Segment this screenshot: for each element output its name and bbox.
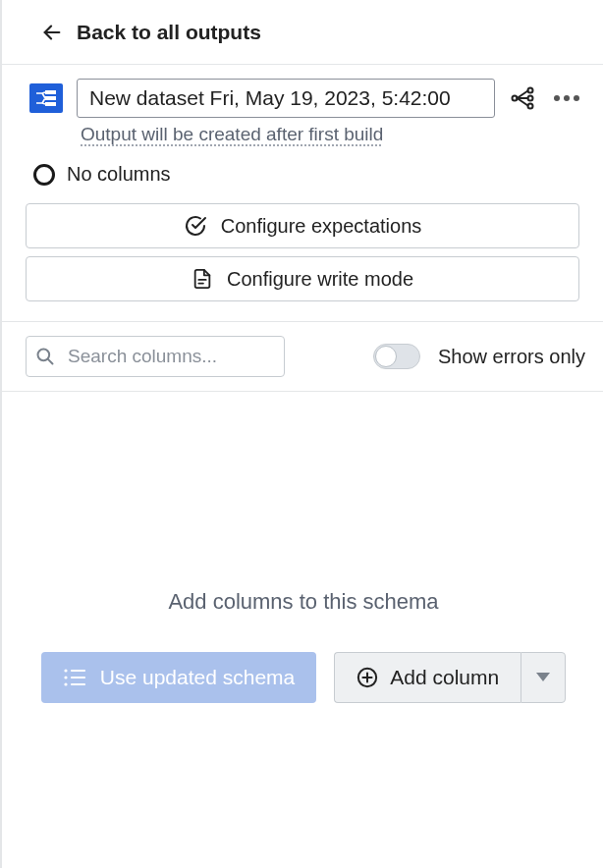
show-errors-toggle[interactable] (373, 344, 420, 369)
add-column-button[interactable]: Add column (334, 652, 521, 703)
svg-marker-24 (536, 673, 550, 681)
svg-line-8 (518, 91, 528, 99)
search-icon (35, 347, 55, 366)
search-columns-input[interactable] (26, 336, 285, 377)
svg-rect-3 (45, 102, 56, 106)
svg-rect-2 (45, 96, 56, 100)
svg-point-17 (64, 682, 67, 685)
add-column-label: Add column (390, 666, 499, 689)
svg-point-15 (64, 669, 67, 672)
use-updated-schema-button[interactable]: Use updated schema (41, 652, 316, 703)
arrow-left-icon (41, 22, 63, 43)
empty-schema-title: Add columns to this schema (168, 589, 438, 615)
circle-empty-icon (33, 164, 55, 186)
use-updated-schema-label: Use updated schema (100, 666, 295, 689)
list-icon (63, 668, 86, 687)
svg-line-14 (48, 359, 53, 364)
toggle-knob (375, 346, 397, 367)
svg-point-16 (64, 676, 67, 678)
graph-icon[interactable] (509, 86, 536, 110)
no-columns-row: No columns (2, 145, 603, 195)
back-label: Back to all outputs (77, 21, 261, 44)
configure-write-mode-button[interactable]: Configure write mode (26, 256, 579, 301)
svg-line-10 (518, 98, 528, 106)
configure-expectations-button[interactable]: Configure expectations (26, 203, 579, 248)
svg-rect-1 (45, 90, 56, 94)
target-check-icon (184, 214, 207, 238)
plus-circle-icon (356, 667, 378, 688)
more-menu-icon[interactable] (550, 95, 583, 101)
configure-write-mode-label: Configure write mode (227, 268, 413, 291)
dataset-icon (29, 83, 63, 113)
dataset-name-input[interactable] (77, 79, 495, 118)
document-icon (192, 268, 213, 290)
caret-down-icon (536, 673, 550, 682)
search-toggle-row: Show errors only (2, 321, 603, 392)
empty-schema-area: Add columns to this schema Use updated s… (4, 393, 603, 868)
dataset-header-row (2, 65, 603, 118)
configure-expectations-label: Configure expectations (221, 215, 422, 238)
show-errors-label: Show errors only (438, 346, 585, 368)
build-note[interactable]: Output will be created after first build (2, 118, 603, 145)
no-columns-label: No columns (67, 163, 171, 186)
add-column-dropdown[interactable] (521, 652, 566, 703)
back-to-outputs[interactable]: Back to all outputs (2, 0, 603, 65)
